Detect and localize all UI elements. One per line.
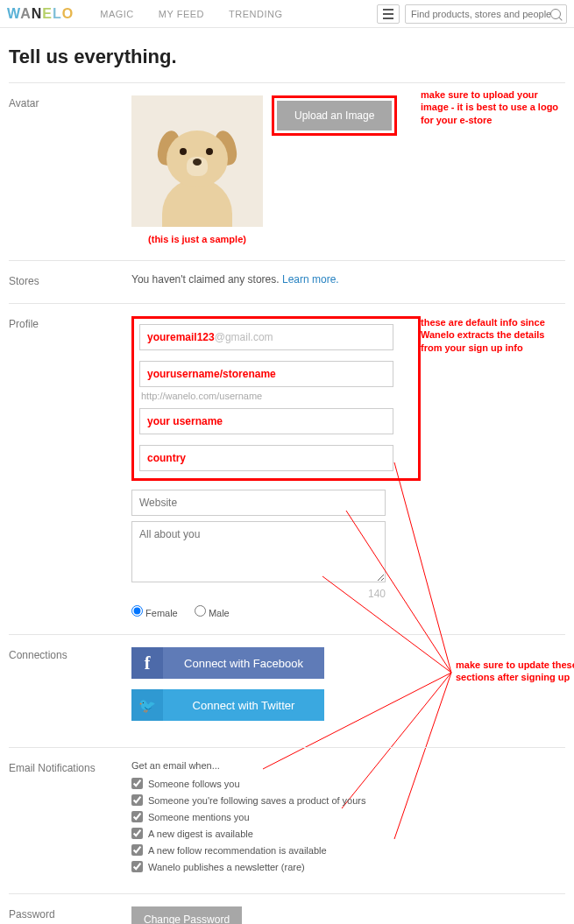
- stores-label: Stores: [9, 273, 131, 287]
- country-field[interactable]: country: [139, 445, 393, 471]
- website-field[interactable]: [131, 490, 386, 516]
- connect-twitter-button[interactable]: 🐦 Connect with Twitter: [131, 689, 324, 721]
- facebook-icon: f: [131, 647, 163, 679]
- nav-trending[interactable]: TRENDING: [229, 9, 282, 19]
- avatar-sample-note: (this is just a sample): [131, 234, 263, 244]
- menu-button[interactable]: [377, 4, 400, 24]
- notif-mentions-checkbox[interactable]: [131, 811, 143, 822]
- connections-label: Connections: [9, 647, 131, 731]
- gender-female[interactable]: Female: [131, 608, 178, 618]
- search-icon[interactable]: [550, 9, 561, 19]
- page-title: Tell us everything.: [9, 46, 565, 68]
- notif-saves-checkbox[interactable]: [131, 794, 143, 806]
- logo[interactable]: WANELO: [7, 6, 74, 22]
- url-hint: http://wanelo.com/username: [141, 391, 413, 401]
- char-count: 140: [131, 588, 386, 600]
- annotation-update: make sure to update these sections after…: [456, 659, 574, 684]
- username-store-field[interactable]: yourusername/storename: [139, 361, 393, 387]
- connect-facebook-button[interactable]: f Connect with Facebook: [131, 647, 324, 679]
- notif-newsletter-checkbox[interactable]: [131, 861, 143, 872]
- avatar-label: Avatar: [9, 95, 131, 244]
- annotation-upload: make sure to upload your image - it is b…: [421, 88, 561, 126]
- nav-magic[interactable]: MAGIC: [100, 9, 134, 19]
- nav-my-feed[interactable]: MY FEED: [159, 9, 204, 19]
- twitter-icon: 🐦: [131, 689, 163, 721]
- annotation-defaults: these are default info since Wanelo extr…: [421, 316, 561, 354]
- upload-image-button[interactable]: Upload an Image: [277, 101, 392, 130]
- stores-text: You haven't claimed any stores.: [131, 273, 282, 286]
- notif-recommend-checkbox[interactable]: [131, 844, 143, 856]
- search-input[interactable]: [411, 9, 550, 19]
- notifications-label: Email Notifications: [9, 760, 131, 878]
- email-field[interactable]: youremail123@gmail.com: [139, 324, 393, 350]
- notif-follows-checkbox[interactable]: [131, 778, 143, 789]
- username-field[interactable]: your username: [139, 408, 393, 434]
- avatar-image: [131, 95, 263, 227]
- gender-male[interactable]: Male: [195, 608, 230, 618]
- change-password-button[interactable]: Change Password: [131, 906, 242, 924]
- about-field[interactable]: [131, 521, 386, 582]
- profile-label: Profile: [9, 316, 131, 618]
- notif-digest-checkbox[interactable]: [131, 828, 143, 839]
- password-label: Password: [9, 906, 131, 924]
- learn-more-link[interactable]: Learn more.: [282, 273, 339, 286]
- notif-intro: Get an email when...: [131, 760, 421, 771]
- search-box[interactable]: [405, 4, 567, 24]
